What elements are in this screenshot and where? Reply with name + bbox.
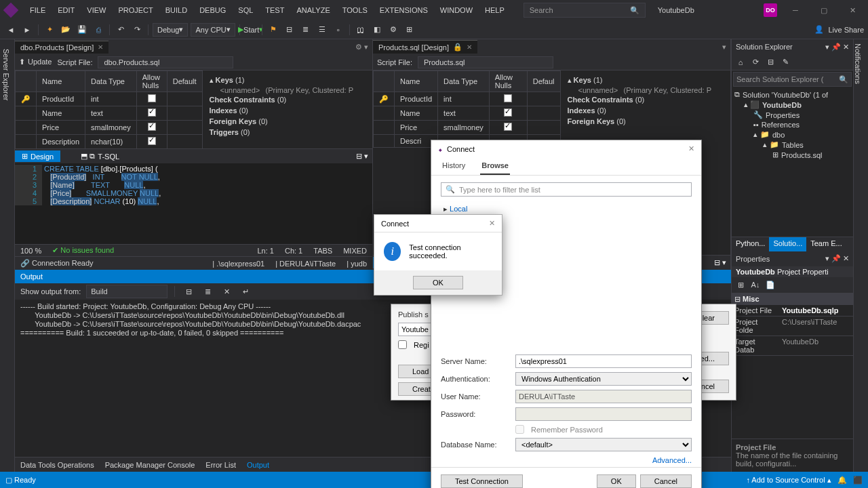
tb-icon-2[interactable]: ⊟ (283, 23, 296, 37)
tree-local[interactable]: ▸ Local (441, 203, 692, 215)
properties-object[interactable]: YoutubeDb Project Properti (732, 266, 853, 277)
prop-row[interactable]: Target DatabYoutubeDb (732, 336, 853, 356)
script-file-dropdown[interactable]: Products.sql (418, 56, 553, 68)
split-icon[interactable]: ⊟ ▾ (710, 258, 730, 267)
start-button[interactable]: ▶ Start ▾ (244, 23, 258, 37)
doc-settings-icon[interactable]: ⚙ ▾ (351, 43, 372, 52)
prop-category[interactable]: ⊟ Misc (732, 293, 853, 305)
cancel-button[interactable]: Cancel (640, 474, 692, 488)
close-icon[interactable]: ✕ (467, 43, 472, 51)
tree-products-sql[interactable]: ⊞ Products.sql (734, 150, 850, 160)
tree-references[interactable]: ▪▪ References (734, 120, 850, 129)
tb-icon-9[interactable]: ⊞ (403, 23, 416, 37)
menu-build[interactable]: BUILD (160, 3, 193, 17)
menu-analyze[interactable]: ANALYZE (291, 3, 335, 17)
menu-window[interactable]: WINDOW (435, 3, 478, 17)
sol-tb-2[interactable]: ⟳ (749, 56, 762, 68)
split-icon[interactable]: ⊟ ▾ (352, 152, 372, 161)
menu-tools[interactable]: TOOLS (337, 3, 373, 17)
tree-solution[interactable]: ⧉ Solution 'YoutubeDb' (1 of (734, 89, 850, 100)
home-icon[interactable]: ⌂ (734, 56, 747, 68)
menu-file[interactable]: FILE (24, 3, 51, 17)
platform-dropdown[interactable]: Any CPU ▾ (191, 23, 235, 37)
browse-tab[interactable]: Browse (480, 157, 510, 175)
nav-fwd-icon[interactable]: ► (20, 23, 34, 37)
doc-dropdown-icon[interactable]: ▾ (718, 43, 730, 52)
menu-sql[interactable]: SQL (233, 3, 258, 17)
save-all-icon[interactable]: ⎙ (92, 23, 105, 37)
menu-project[interactable]: PROJECT (113, 3, 158, 17)
update-button[interactable]: ⬆Update (19, 58, 52, 66)
database-dropdown[interactable]: <default> (515, 438, 692, 451)
table-row[interactable]: Descriptionnchar(10) (16, 135, 203, 149)
server-name-input[interactable] (515, 354, 692, 368)
key-item[interactable]: <unnamed> (Primary Key, Clustered: P (210, 86, 366, 94)
menu-extensions[interactable]: EXTENSIONS (374, 3, 433, 17)
maximize-button[interactable]: ▢ (814, 3, 834, 17)
tab-error-list[interactable]: Error List (205, 461, 236, 469)
tb-icon-4[interactable]: ☰ (315, 23, 329, 37)
script-file-dropdown[interactable]: dbo.Products.sql (98, 56, 233, 68)
test-connection-button[interactable]: Test Connection (441, 474, 523, 488)
prop-row[interactable]: Project FileYoutubeDb.sqlp (732, 305, 853, 317)
add-source-control[interactable]: ↑ Add to Source Control ▴ 🔔 ⬛ (746, 476, 863, 485)
sol-tb-3[interactable]: ⊟ (764, 56, 776, 68)
live-share-button[interactable]: 👤 Live Share (814, 25, 864, 34)
tb-icon-5[interactable]: ▫ (332, 23, 345, 37)
table-row[interactable]: 🔑ProductIdint (374, 92, 561, 106)
table-row[interactable]: Nametext (16, 106, 203, 121)
save-icon[interactable]: 💾 (75, 23, 89, 37)
right-tab-solution[interactable]: Solutio... (769, 237, 806, 251)
close-icon[interactable]: ✕ (98, 43, 103, 51)
triggers-section[interactable]: Triggers (0) (210, 127, 366, 138)
output-tb-1[interactable]: ⊟ (182, 285, 195, 298)
tree-tables[interactable]: ▴ 📁 Tables (734, 140, 850, 150)
design-tab[interactable]: ⊞ Design (15, 150, 60, 162)
filter-input[interactable]: 🔍Type here to filter the list (441, 182, 692, 197)
right-tab-team[interactable]: Team E... (806, 237, 846, 251)
table-row[interactable]: Pricesmallmoney (16, 121, 203, 135)
minimize-button[interactable]: ─ (785, 3, 806, 17)
tsql-tab[interactable]: ⬒ ⧉ T-SQL (74, 150, 126, 162)
table-row[interactable]: Nametext (374, 106, 561, 121)
sol-tb-4[interactable]: ✎ (779, 56, 791, 68)
nav-back-icon[interactable]: ◄ (4, 23, 18, 37)
startup-project[interactable]: YoutubeDb (651, 5, 701, 16)
redo-icon[interactable]: ↷ (130, 23, 144, 37)
sidebar-tab-server-explorer[interactable]: Server Explorer (0, 43, 12, 472)
tb-icon-3[interactable]: ≣ (299, 23, 313, 37)
menu-edit[interactable]: EDIT (52, 3, 80, 17)
close-button[interactable]: ✕ (842, 3, 863, 17)
menu-debug[interactable]: DEBUG (194, 3, 231, 17)
tab-pmc[interactable]: Package Manager Console (105, 461, 195, 469)
ok-button[interactable]: OK (413, 276, 463, 289)
tree-project[interactable]: ▴ ⬛ YoutubeDb (734, 100, 850, 110)
prop-pages-icon[interactable]: 📄 (764, 279, 776, 291)
advanced-link[interactable]: Advanced... (652, 456, 692, 464)
tab-output[interactable]: Output (247, 461, 269, 469)
history-tab[interactable]: History (441, 157, 467, 175)
tb-icon-8[interactable]: ⚙ (387, 23, 400, 37)
search-box[interactable]: Search🔍 (524, 3, 646, 18)
notifications-tab[interactable]: Notifications (853, 39, 868, 472)
prop-az-icon[interactable]: A↓ (749, 279, 762, 291)
output-source-dropdown[interactable]: Build (86, 285, 167, 298)
table-row[interactable]: Pricesmallmoney (374, 121, 561, 135)
undo-icon[interactable]: ↶ (114, 23, 127, 37)
properties-header[interactable]: Properties▾ 📌 ✕ (732, 251, 853, 266)
close-icon[interactable]: ✕ (489, 219, 495, 228)
tb-icon-7[interactable]: ◧ (370, 23, 384, 37)
auth-dropdown[interactable]: Windows Authentication (515, 372, 692, 386)
right-tab-python[interactable]: Python... (732, 237, 769, 251)
output-tb-4[interactable]: ↵ (239, 285, 252, 298)
config-dropdown[interactable]: Debug ▾ (153, 23, 188, 37)
tb-icon-1[interactable]: ⚑ (267, 23, 280, 37)
output-tb-3[interactable]: ✕ (220, 285, 233, 298)
indexes-section[interactable]: Indexes (0) (210, 105, 366, 116)
check-section[interactable]: Check Constraints (0) (210, 94, 366, 105)
doc-tab-products-sql[interactable]: Products.sql [Design]🔒✕ (373, 40, 477, 54)
close-icon[interactable]: ✕ (688, 144, 694, 153)
tree-dbo[interactable]: ▴ 📁 dbo (734, 129, 850, 140)
columns-grid[interactable]: NameData TypeAllow NullsDefault 🔑Product… (15, 70, 203, 148)
menu-help[interactable]: HELP (479, 3, 510, 17)
